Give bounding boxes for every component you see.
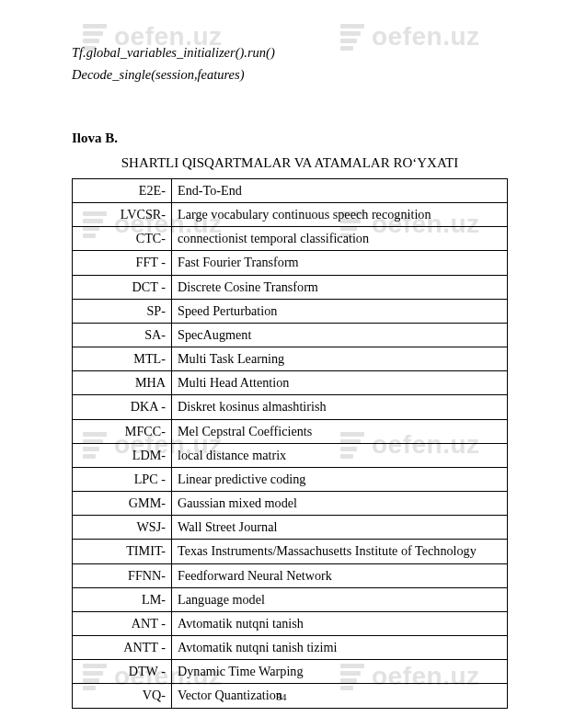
definition-cell: connectionist temporal classification bbox=[172, 227, 508, 251]
code-line: Decode_single(session,features) bbox=[72, 64, 508, 86]
definition-cell: Multi Task Learning bbox=[172, 347, 508, 371]
table-row: DCT -Discrete Cosine Transform bbox=[73, 275, 508, 299]
abbr-cell: FFNN- bbox=[73, 563, 172, 587]
definition-cell: Fast Fourier Transform bbox=[172, 251, 508, 275]
table-row: DKA -Diskret kosinus almashtirish bbox=[73, 395, 508, 419]
definition-cell: Texas Instruments/Massachusetts Institut… bbox=[172, 540, 508, 563]
page-number: 84 bbox=[0, 691, 563, 702]
definition-cell: Speed Perturbation bbox=[172, 299, 508, 323]
definition-cell: Feedforward Neural Network bbox=[172, 563, 508, 587]
abbreviations-table: E2E-End-To-EndLVCSR-Large vocabulary con… bbox=[72, 178, 508, 709]
definition-cell: SpecAugment bbox=[172, 323, 508, 347]
abbr-cell: SA- bbox=[73, 323, 172, 347]
section-label: Ilova B. bbox=[72, 131, 508, 146]
abbr-cell: MTL- bbox=[73, 347, 172, 371]
definition-cell: Dynamic Time Warping bbox=[172, 660, 508, 684]
table-row: GMM-Gaussian mixed model bbox=[73, 492, 508, 516]
abbr-cell: ANT - bbox=[73, 611, 172, 635]
table-title: SHARTLI QISQARTMALAR VA ATAMALAR RO‘YXAT… bbox=[72, 155, 508, 171]
abbr-cell: CTC- bbox=[73, 227, 172, 251]
table-row: SP-Speed Perturbation bbox=[73, 299, 508, 323]
definition-cell: End-To-End bbox=[172, 178, 508, 202]
definition-cell: Avtomatik nutqni tanish tizimi bbox=[172, 636, 508, 660]
definition-cell: Multi Head Attention bbox=[172, 371, 508, 395]
table-row: WSJ-Wall Street Journal bbox=[73, 516, 508, 540]
definition-cell: local distance matrix bbox=[172, 443, 508, 467]
page-content: Tf.global_variables_initializer().run() … bbox=[0, 0, 563, 709]
table-row: LM-Language model bbox=[73, 587, 508, 611]
table-row: MFCC-Mel Cepstral Coefficients bbox=[73, 419, 508, 443]
abbr-cell: DTW - bbox=[73, 660, 172, 684]
abbr-cell: LM- bbox=[73, 587, 172, 611]
definition-cell: Large vocabulary continuous speech recog… bbox=[172, 203, 508, 227]
abbr-cell: LPC - bbox=[73, 467, 172, 491]
abbr-cell: GMM- bbox=[73, 492, 172, 516]
abbr-cell: WSJ- bbox=[73, 516, 172, 540]
definition-cell: Mel Cepstral Coefficients bbox=[172, 419, 508, 443]
table-row: FFT -Fast Fourier Transform bbox=[73, 251, 508, 275]
table-row: ANT -Avtomatik nutqni tanish bbox=[73, 611, 508, 635]
definition-cell: Linear predictive coding bbox=[172, 467, 508, 491]
table-row: TIMIT-Texas Instruments/Massachusetts In… bbox=[73, 540, 508, 563]
abbr-cell: ANTT - bbox=[73, 636, 172, 660]
table-row: MHAMulti Head Attention bbox=[73, 371, 508, 395]
table-row: LDM-local distance matrix bbox=[73, 443, 508, 467]
table-row: E2E-End-To-End bbox=[73, 178, 508, 202]
abbr-cell: SP- bbox=[73, 299, 172, 323]
abbr-cell: DCT - bbox=[73, 275, 172, 299]
table-row: CTC-connectionist temporal classificatio… bbox=[73, 227, 508, 251]
abbr-cell: MHA bbox=[73, 371, 172, 395]
abbr-cell: FFT - bbox=[73, 251, 172, 275]
abbr-cell: DKA - bbox=[73, 395, 172, 419]
code-line: Tf.global_variables_initializer().run() bbox=[72, 42, 508, 64]
abbr-cell: E2E- bbox=[73, 178, 172, 202]
table-row: FFNN-Feedforward Neural Network bbox=[73, 563, 508, 587]
abbr-cell: LDM- bbox=[73, 443, 172, 467]
definition-cell: Diskret kosinus almashtirish bbox=[172, 395, 508, 419]
table-row: ANTT -Avtomatik nutqni tanish tizimi bbox=[73, 636, 508, 660]
abbr-cell: LVCSR- bbox=[73, 203, 172, 227]
definition-cell: Gaussian mixed model bbox=[172, 492, 508, 516]
definition-cell: Wall Street Journal bbox=[172, 516, 508, 540]
table-row: LPC -Linear predictive coding bbox=[73, 467, 508, 491]
definition-cell: Discrete Cosine Transform bbox=[172, 275, 508, 299]
abbr-cell: TIMIT- bbox=[73, 540, 172, 563]
table-row: DTW -Dynamic Time Warping bbox=[73, 660, 508, 684]
table-row: LVCSR-Large vocabulary continuous speech… bbox=[73, 203, 508, 227]
definition-cell: Language model bbox=[172, 587, 508, 611]
abbr-cell: MFCC- bbox=[73, 419, 172, 443]
definition-cell: Avtomatik nutqni tanish bbox=[172, 611, 508, 635]
table-row: MTL-Multi Task Learning bbox=[73, 347, 508, 371]
table-row: SA-SpecAugment bbox=[73, 323, 508, 347]
